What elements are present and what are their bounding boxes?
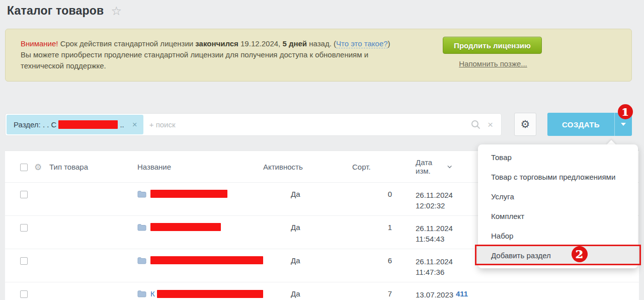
column-settings-icon[interactable]: ⚙: [34, 162, 42, 172]
header-date[interactable]: Дата изм.: [394, 158, 452, 175]
header-activity[interactable]: Активность: [263, 163, 351, 171]
row-name[interactable]: [137, 256, 263, 264]
row-name[interactable]: [137, 190, 263, 198]
folder-icon: [137, 290, 146, 297]
clear-search-icon[interactable]: ×: [488, 120, 493, 129]
row-date: 26.11.2024 11:47:36: [394, 256, 452, 277]
search-input[interactable]: [149, 120, 471, 129]
folder-icon: [137, 223, 146, 231]
header-sort[interactable]: Сорт.: [351, 163, 394, 171]
page-header: Каталог товаров ☆: [7, 4, 122, 18]
elements-count-link[interactable]: 411: [456, 289, 468, 298]
menu-item-product-with-offers[interactable]: Товар с торговыми предложениями: [478, 167, 638, 187]
filter-chip-label: Раздел: . . С: [14, 120, 56, 129]
row-date: 26.11.2024 12:02:32: [394, 190, 452, 211]
row-sort: 6: [351, 256, 394, 265]
redacted-name: [150, 223, 221, 231]
row-checkbox[interactable]: [20, 191, 28, 198]
row-activity: Да: [263, 289, 351, 298]
row-name[interactable]: [137, 223, 263, 231]
create-button-label: СОЗДАТЬ: [547, 120, 614, 129]
catalog-page: Каталог товаров ☆ Внимание! Срок действи…: [0, 0, 644, 300]
redacted-name: [150, 256, 263, 264]
row-checkbox[interactable]: [20, 257, 28, 265]
table-row: К Да 7 13.07.2023 411: [5, 282, 639, 300]
license-warning-text: Внимание! Срок действия стандартной лице…: [21, 38, 390, 71]
row-sort: 7: [351, 289, 394, 298]
filter-chip-section[interactable]: Раздел: . . С .. ×: [7, 115, 143, 134]
warning-label: Внимание!: [21, 39, 58, 48]
license-warning-banner: Внимание! Срок действия стандартной лице…: [5, 29, 632, 82]
folder-icon: [137, 257, 146, 264]
row-checkbox[interactable]: [20, 224, 28, 232]
select-all-checkbox[interactable]: [20, 164, 28, 171]
menu-item-add-section[interactable]: Добавить раздел: [478, 246, 638, 265]
search-icon[interactable]: [471, 120, 480, 129]
redacted-name: [157, 290, 263, 298]
row-count: 411: [452, 289, 639, 298]
header-name[interactable]: Название: [137, 163, 263, 171]
menu-item-product[interactable]: Товар: [478, 147, 638, 167]
row-date: 26.11.2024 11:54:43: [394, 223, 452, 244]
row-activity: Да: [263, 223, 351, 232]
row-checkbox[interactable]: [20, 290, 28, 298]
license-line-2: Вы можете приобрести продление стандартн…: [21, 49, 390, 60]
filter-icons: ×: [471, 120, 493, 129]
header-settings-cell: ⚙: [34, 161, 49, 172]
row-activity: Да: [263, 256, 351, 265]
create-dropdown-menu: Товар Товар с торговыми предложениями Ус…: [478, 144, 638, 268]
row-sort: 1: [351, 223, 394, 232]
what-is-this-link[interactable]: Что это такое?: [336, 39, 388, 48]
page-title: Каталог товаров: [7, 4, 104, 18]
license-line-3: технической поддержке.: [21, 60, 390, 71]
row-date: 13.07.2023: [394, 289, 452, 300]
favorite-star-icon[interactable]: ☆: [111, 5, 122, 17]
header-checkbox-cell: [20, 163, 34, 171]
menu-item-set[interactable]: Набор: [478, 226, 638, 246]
grid-settings-button[interactable]: ⚙: [514, 113, 536, 136]
create-button[interactable]: СОЗДАТЬ: [547, 113, 632, 136]
filter-chip-ellipsis: ..: [120, 120, 124, 129]
row-name-prefix: К: [150, 289, 155, 298]
chevron-down-icon: [621, 123, 626, 126]
create-dropdown-toggle[interactable]: [614, 113, 632, 136]
menu-item-bundle[interactable]: Комплект: [478, 206, 638, 226]
header-type[interactable]: Тип товара: [49, 163, 137, 171]
redacted-section-name: [58, 120, 118, 129]
filter-bar: Раздел: . . С .. × ×: [5, 113, 502, 136]
row-name[interactable]: К: [137, 289, 263, 298]
license-line-1: Внимание! Срок действия стандартной лице…: [21, 38, 390, 49]
row-sort: 0: [351, 190, 394, 198]
redacted-name: [150, 190, 227, 198]
sort-direction-icon: [447, 165, 452, 169]
renew-license-button[interactable]: Продлить лицензию: [443, 37, 542, 54]
row-activity: Да: [263, 190, 351, 198]
remind-later-link[interactable]: Напомнить позже...: [459, 59, 527, 68]
gear-icon: ⚙: [521, 119, 530, 130]
menu-item-service[interactable]: Услуга: [478, 187, 638, 206]
chip-close-icon[interactable]: ×: [132, 120, 137, 130]
folder-icon: [137, 190, 146, 198]
license-actions: Продлить лицензию Напомнить позже...: [443, 37, 543, 68]
